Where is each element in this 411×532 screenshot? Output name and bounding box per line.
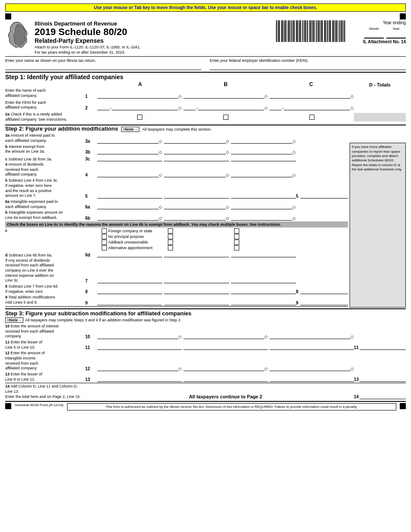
svg-rect-32 [328,20,329,42]
row1-field-a[interactable] [97,93,178,99]
row13-field-d[interactable] [360,376,406,382]
row6c-col-a-item4: Alternative apportionment [102,245,153,250]
row13-field-a[interactable] [97,376,182,382]
row9-field-b[interactable] [164,299,229,305]
diamond-6a-c: ◇ [292,205,296,209]
row6c-c-cb2[interactable] [234,234,239,239]
row6b-field-a[interactable] [97,215,159,221]
row6c-a-cb1[interactable] [102,228,107,234]
row13-label-p2: Line 8 or Line 12. [5,377,85,382]
step3-note-arrow: → [18,318,22,322]
row1-field-b[interactable] [183,93,264,99]
row5-field-d[interactable] [300,192,348,199]
row7-field-a[interactable] [97,277,162,283]
row2-field-b2[interactable] [198,104,264,110]
row6c-b-cb4[interactable] [168,245,173,250]
svg-rect-37 [336,20,337,42]
row3a-field-b[interactable] [164,138,225,144]
row6c-b-cb3[interactable] [168,240,173,245]
diamond-1a: ◇ [178,94,182,99]
row6d-label: d Subtract Line 6b from 6a. [5,253,52,257]
step3-title: Step 3: Figure your subtraction modifica… [5,309,406,317]
row2a-checkbox-c[interactable] [309,115,315,120]
row8-field-d[interactable] [300,288,348,294]
row6d-field-a[interactable] [97,251,162,257]
row6a-field-b[interactable] [164,203,225,209]
row7-field-b[interactable] [164,277,229,283]
row3c-field-b[interactable] [164,155,229,161]
svg-rect-42 [344,20,345,42]
row10-field-c[interactable] [270,333,350,339]
row2-field-a2[interactable] [112,104,178,110]
year-input[interactable] [386,31,406,38]
row11-field-b[interactable] [183,344,268,350]
fein-input[interactable] [210,63,406,69]
row3c-field-c[interactable] [231,155,296,161]
row6b-field-c[interactable] [231,215,292,221]
row4-field-b[interactable] [164,171,225,177]
row3a-field-c[interactable] [231,138,292,144]
row5-field-b[interactable] [164,192,229,199]
row14-field-d[interactable] [360,393,406,399]
month-label: Month [369,27,379,31]
row6c-b-cb1[interactable] [168,228,173,234]
row1-label-line1: Enter the name of each [5,88,85,93]
row8-field-b[interactable] [164,288,229,294]
row6d-field-b[interactable] [164,251,229,257]
svg-rect-11 [293,20,294,42]
row13-field-c[interactable] [270,376,354,382]
name-input[interactable] [5,63,201,69]
row3b-field-b[interactable] [164,148,225,154]
diamond-2b: ◇ [264,106,268,110]
row6c-c-cb3[interactable] [234,240,239,245]
row6c-a-cb3[interactable] [102,240,107,245]
row9-field-a[interactable] [97,299,162,305]
row10-field-a[interactable] [97,333,178,339]
row8-field-c[interactable] [231,288,296,294]
row6a-field-a[interactable] [97,203,159,209]
row3b-field-c[interactable] [231,148,292,154]
row12-field-b[interactable] [183,365,264,371]
row3c-field-a[interactable] [97,155,162,161]
row6b-field-b[interactable] [164,215,225,221]
row6b-label-p2: Line 6a exempt from addback. [5,215,85,221]
row9-field-c[interactable] [231,299,296,305]
row2-field-b1[interactable] [183,104,196,110]
row10-field-b[interactable] [183,333,264,339]
row5-field-a[interactable] [97,192,162,199]
row12-field-c[interactable] [270,365,350,371]
svg-rect-22 [311,20,312,42]
row2-field-c2[interactable] [284,104,350,110]
row9-field-d[interactable] [300,299,348,305]
month-input[interactable] [364,31,384,38]
row6c-c-cb4[interactable] [234,245,239,250]
row6c-b-cb2[interactable] [168,234,173,239]
row6c-a-label3: Addback unreasonable [108,240,148,244]
row2-field-c1[interactable] [270,104,282,110]
row2a-checkbox-b[interactable] [223,115,228,120]
row7-field-c[interactable] [231,277,296,283]
row5-field-c[interactable] [231,192,296,199]
row6c-a-cb2[interactable] [102,234,107,239]
row4-field-c[interactable] [231,171,292,177]
row2a-checkbox-a[interactable] [137,115,142,120]
row4-field-a[interactable] [97,171,159,177]
note-arrow: → [134,127,138,131]
row11-field-a[interactable] [97,344,182,350]
row6c-c-cb1[interactable] [234,228,239,234]
row1-field-c[interactable] [270,93,350,99]
step1-title: Step 1: Identify your affiliated compani… [5,73,406,81]
row13-field-b[interactable] [183,376,268,382]
row6c-a-cb4[interactable] [102,245,107,250]
row11-field-c[interactable] [270,344,354,350]
row11-num: 11 [85,345,97,350]
row2-field-a1[interactable] [97,104,109,110]
row12-field-a[interactable] [97,365,178,371]
row6d-field-c[interactable] [231,251,296,257]
row8-field-a[interactable] [97,288,162,294]
row3a-field-a[interactable] [97,138,159,144]
row6a-field-c[interactable] [231,203,292,209]
row3b-field-a[interactable] [97,148,159,154]
row4-label-p2: received from each [5,167,85,173]
row11-field-d[interactable] [360,344,406,350]
